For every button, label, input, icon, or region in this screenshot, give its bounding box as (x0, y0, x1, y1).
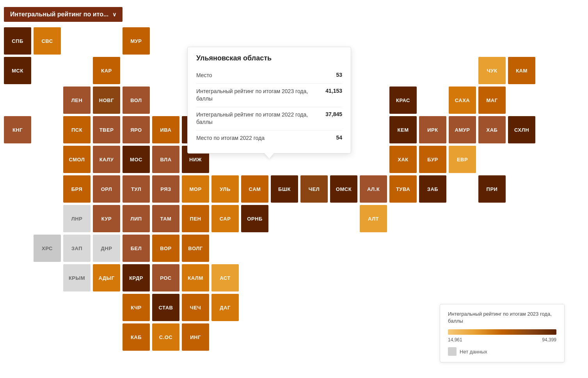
cell-АМУР[interactable]: АМУР (449, 116, 476, 143)
cell-ДНР[interactable]: ДНР (93, 235, 120, 262)
cell-МОС[interactable]: МОС (123, 146, 150, 173)
cell-ХАК[interactable]: ХАК (389, 146, 417, 173)
cell-БРЯ[interactable]: БРЯ (63, 175, 91, 203)
cell-МУР[interactable]: МУР (123, 27, 150, 55)
cell-С.ОС[interactable]: С.ОС (152, 323, 179, 351)
legend-no-data-label: Нет данных (460, 349, 487, 355)
cell-ИВА[interactable]: ИВА (152, 116, 179, 143)
legend-no-data-box (448, 347, 457, 356)
tooltip-row-value-1: 41,153 (325, 88, 342, 94)
cell-САХА[interactable]: САХА (449, 87, 476, 114)
tooltip: Ульяновская область Место53Интегральный … (187, 47, 351, 154)
cell-БУР[interactable]: БУР (419, 146, 446, 173)
cell-СХЛН[interactable]: СХЛН (508, 116, 535, 143)
cell-СВС[interactable]: СВС (34, 27, 61, 55)
cell-ЗАП[interactable]: ЗАП (63, 235, 91, 262)
cell-МСК[interactable]: МСК (4, 57, 31, 84)
cell-ВОР[interactable]: ВОР (152, 235, 179, 262)
legend-range: 14,961 94,399 (448, 337, 556, 343)
tooltip-rows: Место53Интегральный рейтинг по итогам 20… (196, 68, 342, 146)
cell-КАМ[interactable]: КАМ (508, 57, 535, 84)
cell-АДЫГ[interactable]: АДЫГ (93, 264, 120, 291)
cell-ИРК[interactable]: ИРК (419, 116, 446, 143)
legend-max: 94,399 (542, 337, 556, 343)
cell-КАР[interactable]: КАР (93, 57, 120, 84)
tooltip-row-0: Место53 (196, 68, 342, 84)
tooltip-row-3: Место по итогам 2022 года54 (196, 131, 342, 146)
cell-ЧЕЛ[interactable]: ЧЕЛ (300, 175, 328, 203)
cell-СТАВ[interactable]: СТАВ (152, 294, 179, 321)
cell-ОРНБ[interactable]: ОРНБ (241, 205, 268, 232)
cell-СПБ[interactable]: СПБ (4, 27, 31, 55)
cell-МОР[interactable]: МОР (182, 175, 209, 203)
legend-bar (448, 329, 556, 335)
tooltip-title: Ульяновская область (196, 54, 342, 62)
cell-КРДР[interactable]: КРДР (123, 264, 150, 291)
cell-ИНГ[interactable]: ИНГ (182, 323, 209, 351)
cell-КРЫМ[interactable]: КРЫМ (63, 264, 91, 291)
cell-ОРЛ[interactable]: ОРЛ (93, 175, 120, 203)
cell-ВОЛ[interactable]: ВОЛ (123, 87, 150, 114)
cell-ХРС[interactable]: ХРС (34, 235, 61, 262)
cell-ЯРО[interactable]: ЯРО (123, 116, 150, 143)
chevron-down-icon: ∨ (112, 11, 116, 18)
cell-ПРИ[interactable]: ПРИ (478, 175, 506, 203)
cell-ЕВР[interactable]: ЕВР (449, 146, 476, 173)
cell-КАЛУ[interactable]: КАЛУ (93, 146, 120, 173)
cell-ТВЕР[interactable]: ТВЕР (93, 116, 120, 143)
cell-СМОЛ[interactable]: СМОЛ (63, 146, 91, 173)
cell-ОМСК[interactable]: ОМСК (330, 175, 357, 203)
cell-КАЛМ[interactable]: КАЛМ (182, 264, 209, 291)
cell-АЛ.К[interactable]: АЛ.К (360, 175, 387, 203)
tooltip-row-value-2: 37,845 (325, 111, 342, 117)
cell-АСТ[interactable]: АСТ (211, 264, 239, 291)
cell-ТУЛ[interactable]: ТУЛ (123, 175, 150, 203)
cell-БЕЛ[interactable]: БЕЛ (123, 235, 150, 262)
cell-ПЕН[interactable]: ПЕН (182, 205, 209, 232)
cell-ЛЕН[interactable]: ЛЕН (63, 87, 91, 114)
tooltip-row-label-3: Место по итогам 2022 года (196, 134, 332, 142)
cell-НОВГ[interactable]: НОВГ (93, 87, 120, 114)
cell-РЯЗ[interactable]: РЯЗ (152, 175, 179, 203)
cell-УЛЬ[interactable]: УЛЬ (211, 175, 239, 203)
legend-title: Интегральный рейтинг по итогам 2023 года… (448, 311, 556, 325)
cell-ВОЛГ[interactable]: ВОЛГ (182, 235, 209, 262)
cell-РОС[interactable]: РОС (152, 264, 179, 291)
cell-КАБ[interactable]: КАБ (123, 323, 150, 351)
cell-ТАМ[interactable]: ТАМ (152, 205, 179, 232)
tooltip-row-value-0: 53 (336, 72, 342, 78)
cell-ЧУК[interactable]: ЧУК (478, 57, 506, 84)
cell-МАГ[interactable]: МАГ (478, 87, 506, 114)
cell-ЛНР[interactable]: ЛНР (63, 205, 91, 232)
tooltip-row-value-3: 54 (336, 134, 342, 141)
legend: Интегральный рейтинг по итогам 2023 года… (440, 304, 565, 362)
cell-КРАС[interactable]: КРАС (389, 87, 417, 114)
cell-САР[interactable]: САР (211, 205, 239, 232)
tooltip-arrow (265, 153, 274, 159)
cell-ЛИП[interactable]: ЛИП (123, 205, 150, 232)
cell-ВЛА[interactable]: ВЛА (152, 146, 179, 173)
tooltip-row-2: Интегральный рейтинг по итогам 2022 года… (196, 107, 342, 131)
map-container: Интегральный рейтинг по ито... ∨ СПБСВСМ… (0, 0, 588, 378)
tooltip-row-label-1: Интегральный рейтинг по итогам 2023 года… (196, 88, 322, 103)
tooltip-row-label-2: Интегральный рейтинг по итогам 2022 года… (196, 111, 322, 126)
cell-САМ[interactable]: САМ (241, 175, 268, 203)
legend-no-data: Нет данных (448, 347, 556, 356)
tooltip-row-label-0: Место (196, 72, 332, 79)
legend-min: 14,961 (448, 337, 462, 343)
cell-КУР[interactable]: КУР (93, 205, 120, 232)
metric-dropdown[interactable]: Интегральный рейтинг по ито... ∨ (4, 7, 123, 22)
cell-КЕМ[interactable]: КЕМ (389, 116, 417, 143)
dropdown-label: Интегральный рейтинг по ито... (10, 11, 108, 18)
cell-ТУВА[interactable]: ТУВА (389, 175, 417, 203)
tooltip-row-1: Интегральный рейтинг по итогам 2023 года… (196, 84, 342, 107)
cell-АЛТ[interactable]: АЛТ (360, 205, 387, 232)
cell-БШК[interactable]: БШК (271, 175, 298, 203)
cell-КНГ[interactable]: КНГ (4, 116, 31, 143)
cell-ЗАБ[interactable]: ЗАБ (419, 175, 446, 203)
cell-ЧЕЧ[interactable]: ЧЕЧ (182, 294, 209, 321)
cell-КЧР[interactable]: КЧР (123, 294, 150, 321)
cell-ХАБ[interactable]: ХАБ (478, 116, 506, 143)
cell-ПСК[interactable]: ПСК (63, 116, 91, 143)
cell-ДАГ[interactable]: ДАГ (211, 294, 239, 321)
